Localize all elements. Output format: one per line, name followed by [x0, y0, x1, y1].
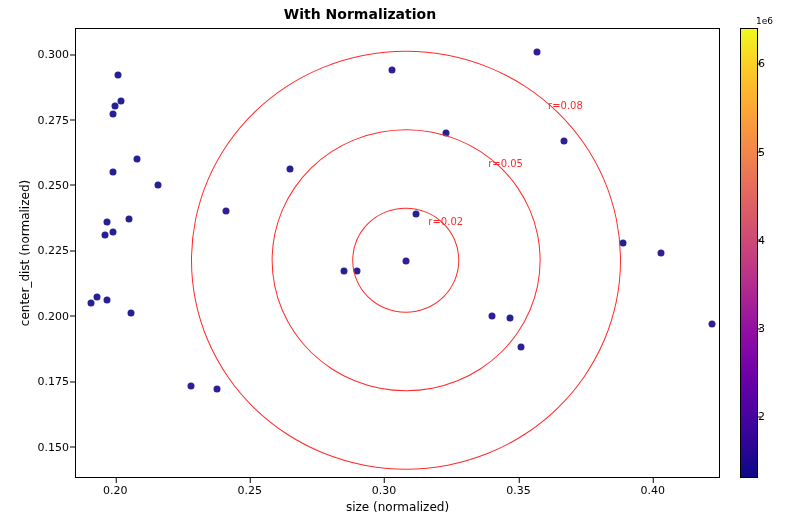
x-tick: 0.20: [103, 484, 128, 497]
radius-ring-label: r=0.02: [428, 216, 463, 227]
scatter-point: [620, 239, 627, 246]
scatter-point: [389, 66, 396, 73]
y-tick: 0.150: [31, 440, 69, 453]
scatter-point: [109, 111, 116, 118]
scatter-point: [442, 129, 449, 136]
colorbar-tick: 3: [758, 322, 765, 335]
scatter-point: [507, 315, 514, 322]
scatter-point: [187, 383, 194, 390]
chart-title: With Normalization: [0, 6, 720, 22]
colorbar-tick: 2: [758, 410, 765, 423]
scatter-point: [657, 250, 664, 257]
scatter-point: [488, 312, 495, 319]
y-tick: 0.250: [31, 178, 69, 191]
scatter-point: [534, 48, 541, 55]
scatter-point: [708, 320, 715, 327]
scatter-point: [354, 268, 361, 275]
axes: [75, 28, 720, 478]
y-tick: 0.225: [31, 244, 69, 257]
y-tick: 0.175: [31, 375, 69, 388]
scatter-point: [117, 98, 124, 105]
scatter-point: [101, 231, 108, 238]
x-tick: 0.40: [641, 484, 666, 497]
scatter-point: [518, 344, 525, 351]
scatter-point: [104, 297, 111, 304]
scatter-point: [340, 268, 347, 275]
radius-ring-label: r=0.08: [548, 99, 583, 110]
scatter-point: [125, 215, 132, 222]
colorbar: [740, 28, 758, 478]
scatter-point: [222, 208, 229, 215]
y-tick: 0.200: [31, 309, 69, 322]
x-tick: 0.35: [506, 484, 531, 497]
figure: With Normalization size (normalized) cen…: [0, 0, 790, 527]
scatter-point: [287, 166, 294, 173]
colorbar-tick: 4: [758, 233, 765, 246]
scatter-point: [133, 155, 140, 162]
scatter-point: [128, 310, 135, 317]
scatter-point: [561, 137, 568, 144]
x-axis-label: size (normalized): [75, 500, 720, 514]
y-tick: 0.300: [31, 48, 69, 61]
scatter-point: [413, 210, 420, 217]
colorbar-tick: 5: [758, 145, 765, 158]
y-tick: 0.275: [31, 113, 69, 126]
radius-ring-label: r=0.05: [488, 158, 523, 169]
x-tick: 0.30: [372, 484, 397, 497]
scatter-point: [104, 218, 111, 225]
colorbar-exponent: 1e6: [756, 16, 773, 26]
scatter-point: [115, 72, 122, 79]
scatter-point: [402, 257, 409, 264]
scatter-point: [93, 294, 100, 301]
colorbar-tick: 6: [758, 57, 765, 70]
scatter-point: [109, 229, 116, 236]
scatter-point: [155, 181, 162, 188]
scatter-point: [214, 386, 221, 393]
x-tick: 0.25: [237, 484, 262, 497]
scatter-point: [109, 168, 116, 175]
